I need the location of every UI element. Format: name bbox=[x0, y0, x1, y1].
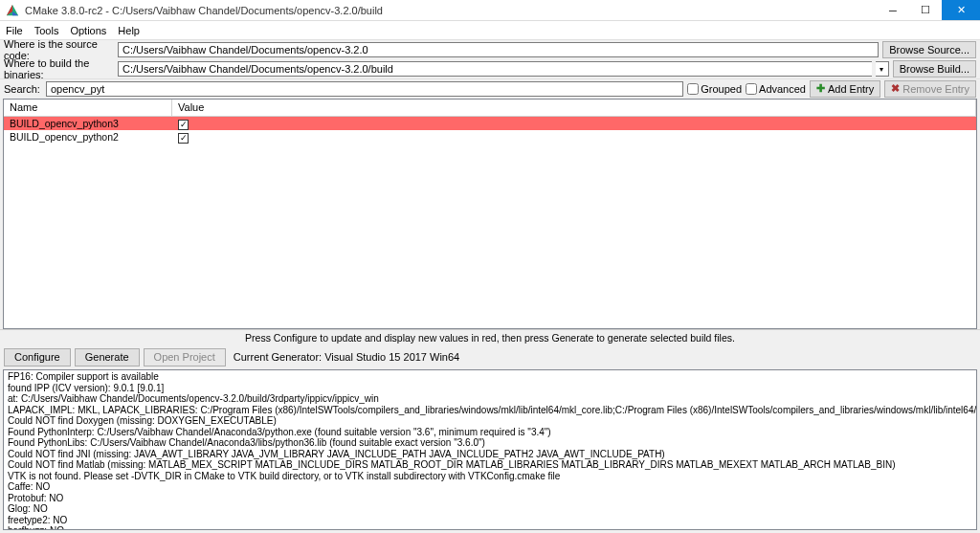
menu-help[interactable]: Help bbox=[118, 25, 140, 36]
log-line: LAPACK_IMPL: MKL, LAPACK_LIBRARIES: C:/P… bbox=[8, 405, 972, 416]
table-body[interactable]: BUILD_opencv_python3✓BUILD_opencv_python… bbox=[4, 117, 976, 328]
log-line: Found PythonLibs: C:/Users/Vaibhaw Chand… bbox=[8, 437, 972, 449]
remove-entry-button: ✖Remove Entry bbox=[884, 80, 976, 98]
build-row: Where to build the binaries: ▾ Browse Bu… bbox=[0, 59, 980, 78]
menu-tools[interactable]: Tools bbox=[34, 25, 59, 36]
source-row: Where is the source code: Browse Source.… bbox=[0, 40, 980, 59]
log-line: Could NOT find JNI (missing: JAVA_AWT_LI… bbox=[8, 449, 972, 460]
log-line: found IPP (ICV version): 9.0.1 [9.0.1] bbox=[8, 383, 972, 394]
close-button[interactable]: ✕ bbox=[942, 0, 980, 20]
build-path-dropdown[interactable]: ▾ bbox=[876, 61, 889, 77]
checkbox-icon[interactable]: ✓ bbox=[178, 120, 189, 130]
grouped-checkbox[interactable]: Grouped bbox=[687, 83, 742, 95]
log-line: FP16: Compiler support is available bbox=[8, 371, 972, 383]
table-header: Name Value bbox=[4, 100, 976, 117]
search-label: Search: bbox=[4, 83, 40, 95]
log-output[interactable]: FP16: Compiler support is availablefound… bbox=[3, 369, 977, 530]
maximize-button[interactable]: ☐ bbox=[909, 0, 942, 20]
menu-file[interactable]: File bbox=[6, 25, 23, 36]
log-line: Protobuf: NO bbox=[8, 493, 972, 504]
current-generator-label: Current Generator: Visual Studio 15 2017… bbox=[234, 351, 459, 363]
browse-source-button[interactable]: Browse Source... bbox=[882, 41, 976, 58]
cmake-app-icon bbox=[6, 4, 19, 17]
build-label: Where to build the binaries: bbox=[4, 57, 114, 80]
log-line: at: C:/Users/Vaibhaw Chandel/Documents/o… bbox=[8, 393, 972, 405]
log-line: harfbuzz: NO bbox=[8, 525, 972, 530]
log-line: VTK is not found. Please set -DVTK_DIR i… bbox=[8, 471, 972, 482]
cache-table: Name Value BUILD_opencv_python3✓BUILD_op… bbox=[3, 99, 977, 329]
log-line: Could NOT find Matlab (missing: MATLAB_M… bbox=[8, 459, 972, 471]
action-row: Configure Generate Open Project Current … bbox=[0, 345, 980, 368]
log-line: Caffe: NO bbox=[8, 481, 972, 493]
browse-build-button[interactable]: Browse Build... bbox=[893, 60, 976, 78]
cache-entry-name: BUILD_opencv_python2 bbox=[4, 131, 172, 143]
cache-entry-value[interactable]: ✓ bbox=[172, 118, 976, 130]
cache-entry-value[interactable]: ✓ bbox=[172, 131, 976, 144]
plus-icon: ✚ bbox=[816, 82, 825, 95]
log-line: freetype2: NO bbox=[8, 515, 972, 526]
menu-bar: File Tools Options Help bbox=[0, 21, 980, 40]
window-title: CMake 3.8.0-rc2 - C:/Users/Vaibhaw Chand… bbox=[25, 5, 877, 16]
log-line: Could NOT find Doxygen (missing: DOXYGEN… bbox=[8, 415, 972, 427]
source-path-input[interactable] bbox=[118, 42, 879, 57]
add-entry-button[interactable]: ✚Add Entry bbox=[810, 80, 880, 98]
checkbox-icon[interactable]: ✓ bbox=[178, 133, 189, 144]
hint-bar: Press Configure to update and display ne… bbox=[0, 329, 980, 345]
column-name[interactable]: Name bbox=[4, 100, 172, 116]
generate-button[interactable]: Generate bbox=[75, 348, 140, 366]
log-line: Found PythonInterp: C:/Users/Vaibhaw Cha… bbox=[8, 427, 972, 438]
search-row: Search: Grouped Advanced ✚Add Entry ✖Rem… bbox=[0, 78, 980, 98]
table-row[interactable]: BUILD_opencv_python3✓ bbox=[4, 117, 976, 130]
cache-entry-name: BUILD_opencv_python3 bbox=[4, 118, 172, 129]
advanced-checkbox[interactable]: Advanced bbox=[746, 83, 806, 95]
search-input[interactable] bbox=[46, 81, 683, 97]
table-row[interactable]: BUILD_opencv_python2✓ bbox=[4, 130, 976, 144]
open-project-button: Open Project bbox=[144, 348, 226, 366]
minus-icon: ✖ bbox=[891, 82, 900, 95]
log-line: Glog: NO bbox=[8, 503, 972, 515]
configure-button[interactable]: Configure bbox=[4, 348, 71, 366]
menu-options[interactable]: Options bbox=[70, 25, 106, 36]
column-value[interactable]: Value bbox=[172, 100, 976, 116]
title-bar: CMake 3.8.0-rc2 - C:/Users/Vaibhaw Chand… bbox=[0, 0, 980, 21]
minimize-button[interactable]: ─ bbox=[877, 0, 909, 20]
build-path-input[interactable] bbox=[118, 61, 872, 77]
